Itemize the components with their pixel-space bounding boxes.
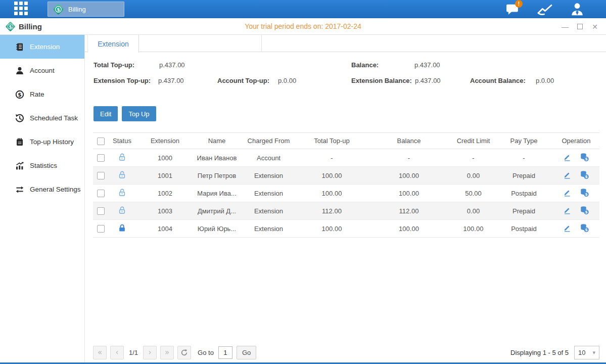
apps-grid-icon[interactable] bbox=[14, 2, 29, 17]
minimize-icon[interactable]: — bbox=[561, 23, 569, 31]
select-all-checkbox[interactable] bbox=[97, 138, 105, 145]
account-balance-label: Account Balance: bbox=[470, 77, 526, 84]
svg-text:$: $ bbox=[585, 210, 588, 214]
page-size-select[interactable]: 10 ▾ bbox=[574, 346, 599, 359]
edit-row-icon[interactable] bbox=[563, 223, 571, 234]
sidebar-item-extension[interactable]: Extension bbox=[0, 35, 84, 59]
stats-icon bbox=[15, 161, 24, 170]
goto-label: Go to bbox=[198, 349, 214, 356]
sidebar: Extension Account $ Rate Scheduled Task bbox=[0, 35, 85, 362]
top-up-button[interactable]: Top Up bbox=[122, 106, 156, 121]
lock-icon bbox=[118, 191, 126, 198]
last-page-button[interactable]: » bbox=[160, 346, 174, 359]
sidebar-item-label: General Settings bbox=[30, 186, 81, 193]
svg-text:$: $ bbox=[585, 157, 588, 161]
col-pay-type: Pay Type bbox=[495, 133, 553, 149]
tab-strip: Extension bbox=[85, 35, 606, 52]
page-size-value: 10 bbox=[578, 349, 585, 356]
cell-credit-limit: 100.00 bbox=[452, 220, 495, 238]
top-up-row-icon[interactable]: $ bbox=[580, 223, 589, 234]
row-checkbox[interactable] bbox=[97, 190, 105, 197]
notification-badge: ! bbox=[515, 0, 523, 8]
cell-charged-from: Extension bbox=[240, 220, 298, 238]
displaying-text: Displaying 1 - 5 of 5 bbox=[510, 349, 569, 356]
edit-row-icon[interactable] bbox=[563, 170, 571, 180]
table-row[interactable]: 1000 Иван Иванов Account - - - - $ bbox=[93, 149, 599, 167]
prev-page-button[interactable]: ‹ bbox=[110, 346, 124, 359]
cell-extension: 1001 bbox=[136, 167, 194, 185]
row-checkbox[interactable] bbox=[97, 225, 105, 233]
cell-balance: 112.00 bbox=[366, 202, 452, 220]
first-page-button[interactable]: « bbox=[93, 346, 107, 359]
col-extension: Extension bbox=[136, 133, 194, 149]
edit-row-icon[interactable] bbox=[563, 188, 571, 198]
sliders-icon bbox=[15, 185, 24, 194]
refresh-button[interactable] bbox=[177, 346, 191, 359]
extension-balance-label: Extension Balance: bbox=[351, 77, 412, 84]
table-row[interactable]: 1003 Дмитрий Д... Extension 112.00 112.0… bbox=[93, 202, 599, 220]
billing-window-icon: $ bbox=[5, 21, 16, 32]
tab-extension[interactable]: Extension bbox=[87, 35, 139, 53]
cell-total-topup: 112.00 bbox=[298, 202, 366, 220]
sidebar-item-scheduled-task[interactable]: Scheduled Task bbox=[0, 106, 84, 130]
maximize-icon[interactable] bbox=[577, 24, 583, 29]
clock-history-icon bbox=[15, 114, 24, 123]
extension-table: Status Extension Name Charged From Total… bbox=[93, 132, 599, 238]
edit-row-icon[interactable] bbox=[563, 206, 571, 216]
sidebar-item-statistics[interactable]: Statistics bbox=[0, 154, 84, 177]
lock-icon bbox=[118, 155, 126, 163]
row-checkbox[interactable] bbox=[97, 172, 105, 179]
cell-extension: 1004 bbox=[136, 220, 194, 238]
messages-icon[interactable]: ! bbox=[504, 2, 521, 16]
cell-extension: 1002 bbox=[136, 185, 194, 202]
top-up-row-icon[interactable]: $ bbox=[580, 206, 589, 216]
ledger-icon bbox=[15, 42, 24, 52]
billing-summary: Total Top-up: p.437.00 Balance: p.437.00… bbox=[85, 60, 606, 100]
taskbar: $ Billing ! bbox=[0, 0, 606, 18]
taskbar-tab-label: Billing bbox=[68, 6, 86, 13]
svg-text:$: $ bbox=[585, 192, 588, 197]
sidebar-item-label: Scheduled Task bbox=[30, 114, 78, 122]
edit-row-icon[interactable] bbox=[563, 153, 571, 163]
account-topup-value: p.0.00 bbox=[278, 77, 296, 84]
svg-text:$: $ bbox=[9, 24, 12, 29]
sidebar-item-topup-history[interactable]: Top-up History bbox=[0, 130, 84, 154]
notebook-icon bbox=[15, 138, 24, 147]
go-button[interactable]: Go bbox=[237, 346, 256, 359]
top-up-row-icon[interactable]: $ bbox=[580, 170, 589, 181]
sidebar-item-account[interactable]: Account bbox=[0, 59, 84, 82]
sidebar-item-label: Rate bbox=[30, 90, 44, 98]
close-icon[interactable]: ✕ bbox=[591, 23, 599, 31]
edit-button[interactable]: Edit bbox=[94, 106, 118, 121]
monitor-chart-icon[interactable] bbox=[536, 2, 553, 16]
table-row[interactable]: 1002 Мария Ива... Extension 100.00 100.0… bbox=[93, 185, 599, 202]
extension-balance-value: p.437.00 bbox=[415, 77, 441, 84]
cell-charged-from: Account bbox=[240, 149, 298, 167]
sidebar-item-rate[interactable]: $ Rate bbox=[0, 82, 84, 106]
next-page-button[interactable]: › bbox=[143, 346, 157, 359]
pagination-bar: « ‹ 1/1 › » Go to Go Displaying 1 - 5 of… bbox=[93, 345, 599, 359]
top-up-row-icon[interactable]: $ bbox=[580, 188, 589, 199]
trial-notice: Your trial period ends on: 2017-02-24 bbox=[0, 22, 606, 30]
balance-value: p.437.00 bbox=[414, 61, 440, 69]
balance-label: Balance: bbox=[351, 61, 379, 69]
person-icon bbox=[15, 66, 24, 75]
top-up-row-icon[interactable]: $ bbox=[580, 153, 589, 163]
cell-extension: 1003 bbox=[136, 202, 194, 220]
row-checkbox[interactable] bbox=[97, 154, 105, 162]
chevron-down-icon: ▾ bbox=[592, 349, 595, 356]
cell-total-topup: 100.00 bbox=[298, 185, 366, 202]
sidebar-item-general-settings[interactable]: General Settings bbox=[0, 177, 84, 201]
cell-pay-type: Prepaid bbox=[495, 167, 553, 185]
goto-page-input[interactable] bbox=[218, 346, 232, 359]
cell-pay-type: Prepaid bbox=[495, 202, 553, 220]
account-balance-value: p.0.00 bbox=[536, 77, 554, 84]
user-icon[interactable] bbox=[569, 2, 586, 16]
table-row[interactable]: 1001 Петр Петров Extension 100.00 100.00… bbox=[93, 167, 599, 185]
table-row[interactable]: 1004 Юрий Юрь... Extension 100.00 100.00… bbox=[93, 220, 599, 238]
row-checkbox[interactable] bbox=[97, 207, 105, 215]
sidebar-item-label: Extension bbox=[30, 43, 60, 51]
taskbar-tab-billing[interactable]: $ Billing bbox=[48, 2, 124, 17]
cell-charged-from: Extension bbox=[240, 185, 298, 202]
extension-topup-label: Extension Top-up: bbox=[94, 77, 151, 84]
